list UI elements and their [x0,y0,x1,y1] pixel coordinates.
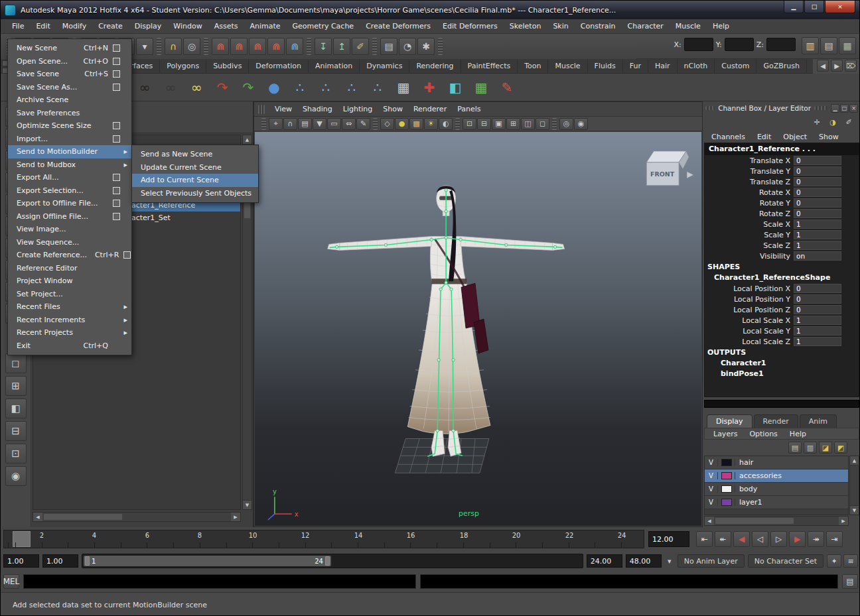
panel-grip[interactable] [705,106,715,110]
layer-editor-tab[interactable]: Display [707,414,752,428]
highlight-selection-icon[interactable]: ◎ [183,38,200,55]
submenu-item[interactable]: Add to Current Scene [132,174,258,187]
channel-name[interactable]: Rotate Y [705,199,794,208]
toggle-tool-settings-icon[interactable]: ▤ [820,37,837,54]
menubar-item[interactable]: File [6,20,30,32]
close-button[interactable]: × [825,1,855,13]
z-input[interactable] [766,38,796,51]
snap-to-grid-icon[interactable]: ⋒ [212,38,229,55]
option-box-icon[interactable] [113,174,120,181]
shelf-tab[interactable]: Hair [648,59,678,73]
green-curve-arrow-icon[interactable]: ↷ [237,76,259,99]
channel-speed-icon[interactable]: ◑ [826,116,839,128]
play-backwards-button[interactable]: ◁ [752,531,768,547]
viewport-grip[interactable] [455,118,460,130]
layer-stack-icon[interactable]: ▥ [804,442,817,454]
channel-box-menu-item[interactable]: Channels [705,132,751,142]
command-language-toggle[interactable]: MEL [3,574,19,589]
scroll-left-icon[interactable]: ◀ [705,517,714,525]
channel-name[interactable]: Scale Y [705,231,794,239]
layer-editor-menu-item[interactable]: Help [784,429,812,439]
file-menu-item[interactable]: View Sequence... ▸ [8,236,131,249]
layer-editor-tab[interactable]: Render [754,414,798,428]
shelf-tab[interactable]: Toon [518,59,548,73]
channel-pencil-icon[interactable]: ✐ [842,116,855,128]
channel-name[interactable]: Translate Y [705,167,794,176]
layer-list-horizontal-scrollbar[interactable]: ◀ ▶ [704,516,849,526]
x-input[interactable] [684,38,713,51]
paint-brush-icon[interactable]: ✎ [496,76,518,99]
maximize-button[interactable]: □ [804,1,824,13]
scroll-left-icon[interactable]: ◀ [33,513,42,521]
lock-selection-icon[interactable]: ∩ [165,38,182,55]
file-menu-item[interactable]: Export Selection... ▸ [8,184,131,198]
layer-visibility-toggle[interactable]: V [705,472,718,479]
viewport-menu-item[interactable]: Show [378,103,408,115]
layer-editor-menu-item[interactable]: Options [743,429,783,439]
menubar-item[interactable]: Modify [56,20,92,32]
blue-sphere-plus-icon[interactable]: ● [263,76,285,99]
channel-value-field[interactable]: 0 [794,156,841,165]
shelf-tab[interactable]: Custom [715,59,756,73]
layout-two-pane-icon[interactable]: ⊟ [5,421,27,441]
file-menu-item[interactable]: Save Scene Ctrl+S ▸ [8,68,131,81]
channel-value-field[interactable]: 1 [794,230,841,239]
playback-start-field[interactable]: 1.00 [42,554,78,568]
render-current-frame-icon[interactable]: ▤ [380,38,397,55]
channelbox-float-icon[interactable]: □ [840,104,849,113]
channel-value-field[interactable]: 0 [794,284,841,293]
file-menu-item[interactable]: Optimize Scene Size ▸ [8,119,131,133]
character-set-selector[interactable]: No Character Set [748,554,824,568]
submenu-item[interactable]: Update Current Scene [132,161,258,174]
layer-color-swatch[interactable] [721,459,732,466]
layer-sort-icon[interactable]: ▤ [788,442,802,454]
file-menu-item[interactable]: Project Window ▸ [8,275,131,288]
cyan-cube-tool-icon[interactable]: ◧ [444,76,466,99]
channel-name[interactable]: Translate X [705,156,794,165]
channel-value-field[interactable]: 0 [794,294,841,304]
toolbar-grip[interactable] [372,38,377,55]
layer-row[interactable]: V accessories [705,469,848,483]
channel-value-field[interactable]: 1 [794,337,841,346]
menubar-item[interactable]: Display [129,20,168,32]
option-box-icon[interactable] [113,44,120,52]
y-input[interactable] [725,38,754,51]
sunglasses-icon-2[interactable]: ∞ [159,76,182,99]
menubar-item[interactable]: Geometry Cache [287,20,360,32]
file-menu-item[interactable]: Set Project... ▸ [8,288,131,301]
scroll-right-icon[interactable]: ▶ [231,513,240,521]
grease-pencil-icon[interactable]: ✎ [356,118,370,130]
step-forward-frame-button[interactable]: ↠ [808,531,824,547]
animation-start-field[interactable]: 1.00 [3,554,39,568]
viewport-canvas[interactable]: FRONT y x persp [255,132,701,526]
new-empty-layer-icon[interactable]: ◪ [819,442,832,454]
channel-name[interactable]: Scale Z [705,241,794,250]
menubar-item[interactable]: Character [622,20,670,32]
layer-editor-menu-item[interactable]: Layers [707,429,743,439]
channel-name[interactable]: Local Scale X [705,316,794,325]
channel-name[interactable]: Local Position Y [705,295,794,304]
scroll-down-icon[interactable]: ▼ [850,505,859,515]
field-chart-icon[interactable]: ⊞ [506,118,520,130]
menubar-item[interactable]: Skeleton [504,20,547,32]
animation-preferences-icon[interactable]: ≡ [843,554,858,568]
viewport-menu-item[interactable]: Shading [297,103,338,115]
shelf-tab[interactable]: Muscle [548,59,587,73]
shelf-tab[interactable]: Deformation [249,59,309,73]
film-gate-icon[interactable]: ⊟ [477,118,491,130]
channel-name[interactable]: Local Scale Y [705,327,794,336]
construction-history-icon[interactable]: ✐ [352,38,369,55]
channel-value-field[interactable]: 1 [794,219,841,229]
option-box-icon[interactable] [113,70,120,78]
layout-persp-outliner-icon[interactable]: ◧ [5,399,27,418]
channel-box-menu-item[interactable]: Object [777,132,813,142]
shelf-tab[interactable]: Subdivs [206,59,249,73]
glasses-icon[interactable]: ∞ [185,76,208,99]
file-menu-item[interactable]: Export to Offline File... ▸ [8,197,131,210]
file-menu-item[interactable]: Exit Ctrl+Q ▸ [8,339,131,353]
make-live-icon[interactable]: ⋒ [286,38,303,55]
layer-name[interactable]: hair [735,458,753,467]
particle-tool-icon-3[interactable]: ∴ [340,76,363,99]
panel-grip[interactable] [814,106,827,110]
shelf-prev-tab-icon[interactable]: ◀ [817,60,829,72]
